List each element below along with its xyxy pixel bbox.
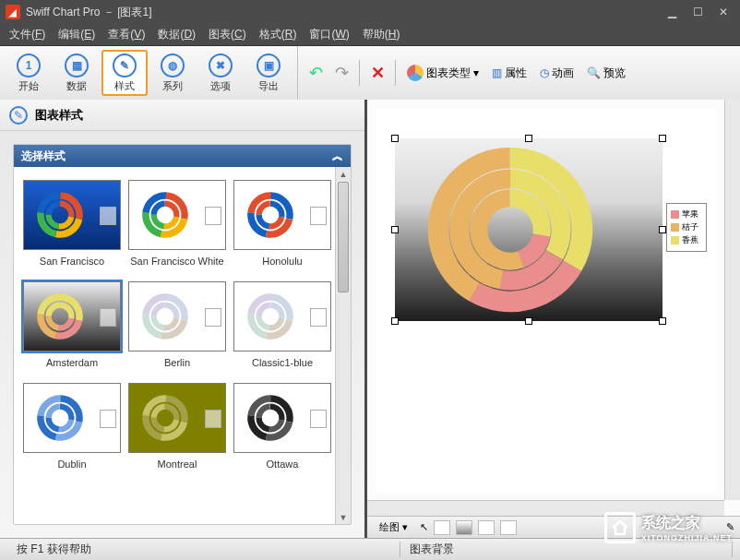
toolbar-options[interactable]: ✖选项 (197, 50, 244, 96)
chart-selection[interactable]: 苹果 桔子 香蕉 (395, 138, 662, 321)
style-caption: Honolulu (262, 256, 302, 267)
resize-handle[interactable] (391, 226, 399, 233)
export-icon: ▣ (257, 54, 280, 77)
toolbar-data[interactable]: ▦数据 (54, 50, 100, 96)
style-icon: ✎ (113, 54, 137, 77)
toolbar-row: 1开始 ▦数据 ✎样式 ◍系列 ✖选项 ▣导出 ↶ ↷ ✕ 图表类型▾ ▥属性 … (0, 46, 740, 100)
chart-legend: 苹果 桔子 香蕉 (666, 203, 707, 252)
resize-handle[interactable] (659, 135, 666, 142)
style-item-berlin[interactable]: Berlin (128, 281, 226, 381)
scroll-thumb[interactable] (338, 182, 349, 292)
chevron-down-icon: ▾ (473, 66, 479, 79)
undo-button[interactable]: ↶ (305, 63, 326, 83)
style-thumbnail[interactable] (233, 383, 331, 453)
style-caption: Ottawa (267, 459, 299, 470)
tab-draw[interactable]: 绘图 ▾ (373, 518, 414, 537)
app-icon: ◢ (6, 5, 20, 19)
content: ✎ 图表样式 选择样式 ︽ San Francisco (0, 100, 740, 538)
style-caption: Montreal (158, 459, 197, 470)
close-button[interactable]: ✕ (712, 4, 734, 20)
resize-handle[interactable] (659, 317, 666, 325)
style-item-amsterdam[interactable]: Amsterdam (23, 281, 121, 381)
style-thumbnail[interactable] (128, 383, 226, 453)
chart-type-button[interactable]: 图表类型▾ (403, 63, 483, 83)
style-panel: ✎ 图表样式 选择样式 ︽ San Francisco (0, 100, 367, 538)
resize-handle[interactable] (525, 135, 532, 142)
canvas-hscroll[interactable] (367, 500, 724, 516)
toolbar-style[interactable]: ✎样式 (101, 50, 148, 96)
menu-file[interactable]: 文件(F) (4, 25, 51, 44)
canvas-area[interactable]: 苹果 桔子 香蕉 (367, 100, 740, 516)
minimize-button[interactable]: ▁ (661, 4, 683, 20)
style-thumbnail[interactable] (233, 180, 331, 250)
animation-button[interactable]: ◷动画 (536, 64, 578, 83)
status-bg: 图表背景 (400, 542, 733, 557)
arrow-cursor-icon[interactable]: ↖ (420, 521, 428, 533)
tool-fill[interactable] (456, 520, 472, 535)
style-panel-header: ✎ 图表样式 (0, 100, 364, 131)
style-caption: Amsterdam (46, 357, 98, 368)
style-thumbnail[interactable] (233, 281, 331, 351)
style-caption: San Francisco (40, 256, 104, 267)
menu-edit[interactable]: 编辑(E) (53, 25, 101, 44)
canvas-tabs: 绘图 ▾ ↖ ✎ (367, 516, 740, 538)
style-caption: San Francisco White (130, 256, 223, 267)
menu-chart[interactable]: 图表(C) (203, 25, 252, 44)
toolbar-secondary: ↶ ↷ ✕ 图表类型▾ ▥属性 ◷动画 🔍预览 (298, 46, 740, 100)
style-item-san-francisco[interactable]: San Francisco (23, 180, 121, 280)
tool-line[interactable] (478, 520, 495, 535)
data-icon: ▦ (65, 54, 89, 77)
resize-handle[interactable] (391, 135, 399, 142)
style-caption: Berlin (164, 357, 190, 368)
properties-button[interactable]: ▥属性 (488, 64, 531, 83)
style-grid: San Francisco San Francisco White Honolu… (14, 167, 335, 524)
resize-handle[interactable] (659, 226, 666, 233)
series-icon: ◍ (161, 54, 185, 77)
toolbar-start[interactable]: 1开始 (6, 50, 52, 96)
style-caption: Dublin (57, 459, 86, 470)
style-thumbnail[interactable] (23, 180, 121, 250)
style-thumbnail[interactable] (128, 281, 226, 351)
preview-button[interactable]: 🔍预览 (583, 64, 629, 83)
style-header-icon: ✎ (9, 106, 28, 125)
tool-text[interactable] (500, 520, 517, 535)
tool-rect[interactable] (434, 520, 450, 535)
style-item-classic1-blue[interactable]: Classic1-blue (233, 281, 331, 381)
chart-type-icon (407, 65, 424, 81)
menu-view[interactable]: 查看(V) (102, 25, 150, 44)
style-section-header[interactable]: 选择样式 ︽ (14, 145, 351, 167)
pen-icon[interactable]: ✎ (726, 521, 734, 533)
style-item-honolulu[interactable]: Honolulu (233, 180, 331, 280)
scroll-down-icon[interactable]: ▼ (336, 510, 351, 524)
delete-button[interactable]: ✕ (367, 63, 388, 83)
menu-window[interactable]: 窗口(W) (304, 25, 354, 44)
maximize-button[interactable]: ☐ (686, 4, 709, 20)
toolbar-export[interactable]: ▣导出 (245, 50, 292, 96)
menu-help[interactable]: 帮助(H) (357, 25, 406, 44)
redo-button[interactable]: ↷ (331, 63, 352, 83)
status-help: 按 F1 获得帮助 (7, 542, 400, 557)
menu-format[interactable]: 格式(R) (254, 25, 303, 44)
menubar: 文件(F) 编辑(E) 查看(V) 数据(D) 图表(C) 格式(R) 窗口(W… (0, 24, 740, 46)
style-thumbnail[interactable] (128, 180, 226, 250)
resize-handle[interactable] (525, 317, 532, 325)
style-item-san-francisco-white[interactable]: San Francisco White (128, 180, 226, 280)
style-card: 选择样式 ︽ San Francisco San Franci (13, 144, 352, 525)
resize-handle[interactable] (391, 317, 399, 325)
scroll-up-icon[interactable]: ▲ (336, 167, 351, 181)
preview-panel: 苹果 桔子 香蕉 绘图 ▾ ↖ (367, 100, 740, 538)
style-thumbnail[interactable] (23, 383, 121, 453)
donut-chart (423, 142, 598, 317)
menu-data[interactable]: 数据(D) (152, 25, 201, 44)
style-item-dublin[interactable]: Dublin (23, 383, 121, 483)
titlebar: ◢ Swiff Chart Pro － [图表1] ▁ ☐ ✕ (0, 0, 740, 24)
collapse-icon: ︽ (332, 149, 343, 164)
style-thumbnail[interactable] (23, 281, 121, 351)
style-item-ottawa[interactable]: Ottawa (233, 383, 331, 483)
clock-icon: ◷ (540, 66, 549, 79)
toolbar-series[interactable]: ◍系列 (149, 50, 196, 96)
style-scrollbar[interactable]: ▲ ▼ (335, 167, 351, 524)
canvas-vscroll[interactable] (724, 100, 740, 500)
style-item-montreal[interactable]: Montreal (128, 383, 226, 483)
window-title: Swiff Chart Pro － [图表1] (26, 5, 151, 20)
